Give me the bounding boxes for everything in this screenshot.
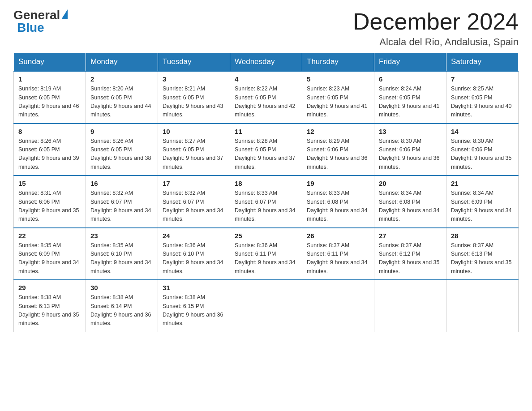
- calendar-day-cell: 4 Sunrise: 8:22 AMSunset: 6:05 PMDayligh…: [230, 71, 302, 124]
- calendar-day-cell: 31 Sunrise: 8:38 AMSunset: 6:15 PMDaylig…: [158, 280, 230, 332]
- day-info: Sunrise: 8:29 AMSunset: 6:06 PMDaylight:…: [307, 137, 369, 172]
- day-number: 25: [235, 232, 297, 240]
- location-subtitle: Alcala del Rio, Andalusia, Spain: [353, 36, 519, 48]
- day-info: Sunrise: 8:30 AMSunset: 6:06 PMDaylight:…: [379, 137, 442, 172]
- day-info: Sunrise: 8:31 AMSunset: 6:06 PMDaylight:…: [18, 189, 81, 224]
- day-info: Sunrise: 8:22 AMSunset: 6:05 PMDaylight:…: [235, 85, 297, 120]
- day-number: 5: [307, 75, 369, 83]
- day-number: 29: [18, 284, 81, 291]
- calendar-week-row: 15 Sunrise: 8:31 AMSunset: 6:06 PMDaylig…: [14, 176, 519, 228]
- calendar-day-cell: 14 Sunrise: 8:30 AMSunset: 6:06 PMDaylig…: [446, 124, 519, 176]
- day-info: Sunrise: 8:37 AMSunset: 6:11 PMDaylight:…: [307, 241, 369, 276]
- day-info: Sunrise: 8:33 AMSunset: 6:07 PMDaylight:…: [235, 189, 297, 224]
- calendar-day-cell: 26 Sunrise: 8:37 AMSunset: 6:11 PMDaylig…: [302, 228, 374, 280]
- logo-triangle-icon: [61, 9, 68, 19]
- day-number: 3: [163, 75, 225, 83]
- calendar-day-cell: 23 Sunrise: 8:35 AMSunset: 6:10 PMDaylig…: [86, 228, 158, 280]
- calendar-day-cell: 27 Sunrise: 8:37 AMSunset: 6:12 PMDaylig…: [374, 228, 446, 280]
- day-info: Sunrise: 8:38 AMSunset: 6:13 PMDaylight:…: [18, 293, 81, 328]
- calendar-week-row: 29 Sunrise: 8:38 AMSunset: 6:13 PMDaylig…: [14, 280, 519, 332]
- calendar-weekday-header: Friday: [374, 53, 446, 72]
- day-number: 27: [379, 232, 442, 240]
- calendar-day-cell: 15 Sunrise: 8:31 AMSunset: 6:06 PMDaylig…: [14, 176, 86, 228]
- day-number: 8: [18, 128, 81, 135]
- day-info: Sunrise: 8:27 AMSunset: 6:05 PMDaylight:…: [163, 137, 225, 172]
- calendar-day-cell: 12 Sunrise: 8:29 AMSunset: 6:06 PMDaylig…: [302, 124, 374, 176]
- day-number: 22: [18, 232, 81, 240]
- day-number: 26: [307, 232, 369, 240]
- day-info: Sunrise: 8:38 AMSunset: 6:14 PMDaylight:…: [90, 293, 153, 328]
- day-number: 28: [451, 232, 514, 240]
- calendar-day-cell: 1 Sunrise: 8:19 AMSunset: 6:05 PMDayligh…: [14, 71, 86, 124]
- day-info: Sunrise: 8:35 AMSunset: 6:10 PMDaylight:…: [90, 241, 153, 276]
- calendar-day-cell: [374, 280, 446, 332]
- day-info: Sunrise: 8:37 AMSunset: 6:13 PMDaylight:…: [451, 241, 514, 276]
- calendar-day-cell: 3 Sunrise: 8:21 AMSunset: 6:05 PMDayligh…: [158, 71, 230, 124]
- calendar-table: SundayMondayTuesdayWednesdayThursdayFrid…: [13, 52, 519, 332]
- day-info: Sunrise: 8:37 AMSunset: 6:12 PMDaylight:…: [379, 241, 442, 276]
- calendar-day-cell: 5 Sunrise: 8:23 AMSunset: 6:05 PMDayligh…: [302, 71, 374, 124]
- calendar-day-cell: 21 Sunrise: 8:34 AMSunset: 6:09 PMDaylig…: [446, 176, 519, 228]
- day-number: 16: [90, 180, 153, 187]
- day-info: Sunrise: 8:34 AMSunset: 6:08 PMDaylight:…: [379, 189, 442, 224]
- day-number: 14: [451, 128, 514, 135]
- day-info: Sunrise: 8:38 AMSunset: 6:15 PMDaylight:…: [163, 293, 225, 328]
- calendar-week-row: 22 Sunrise: 8:35 AMSunset: 6:09 PMDaylig…: [14, 228, 519, 280]
- day-info: Sunrise: 8:32 AMSunset: 6:07 PMDaylight:…: [90, 189, 153, 224]
- day-info: Sunrise: 8:25 AMSunset: 6:05 PMDaylight:…: [451, 85, 514, 120]
- calendar-day-cell: 20 Sunrise: 8:34 AMSunset: 6:08 PMDaylig…: [374, 176, 446, 228]
- day-number: 21: [451, 180, 514, 187]
- calendar-header-row: SundayMondayTuesdayWednesdayThursdayFrid…: [14, 53, 519, 72]
- day-info: Sunrise: 8:19 AMSunset: 6:05 PMDaylight:…: [18, 85, 81, 120]
- calendar-day-cell: 16 Sunrise: 8:32 AMSunset: 6:07 PMDaylig…: [86, 176, 158, 228]
- day-number: 31: [163, 284, 225, 291]
- day-info: Sunrise: 8:26 AMSunset: 6:05 PMDaylight:…: [18, 137, 81, 172]
- logo-general-text: General: [13, 9, 60, 21]
- calendar-day-cell: [230, 280, 302, 332]
- calendar-weekday-header: Thursday: [302, 53, 374, 72]
- day-number: 4: [235, 75, 297, 83]
- day-info: Sunrise: 8:26 AMSunset: 6:05 PMDaylight:…: [90, 137, 153, 172]
- day-number: 9: [90, 128, 153, 135]
- calendar-day-cell: 9 Sunrise: 8:26 AMSunset: 6:05 PMDayligh…: [86, 124, 158, 176]
- calendar-week-row: 8 Sunrise: 8:26 AMSunset: 6:05 PMDayligh…: [14, 124, 519, 176]
- calendar-day-cell: 28 Sunrise: 8:37 AMSunset: 6:13 PMDaylig…: [446, 228, 519, 280]
- day-info: Sunrise: 8:21 AMSunset: 6:05 PMDaylight:…: [163, 85, 225, 120]
- day-number: 13: [379, 128, 442, 135]
- calendar-day-cell: 6 Sunrise: 8:24 AMSunset: 6:05 PMDayligh…: [374, 71, 446, 124]
- calendar-day-cell: [446, 280, 519, 332]
- calendar-day-cell: 8 Sunrise: 8:26 AMSunset: 6:05 PMDayligh…: [14, 124, 86, 176]
- logo-blue-text: Blue: [17, 21, 44, 34]
- month-year-title: December 2024: [353, 9, 519, 34]
- calendar-day-cell: 18 Sunrise: 8:33 AMSunset: 6:07 PMDaylig…: [230, 176, 302, 228]
- calendar-weekday-header: Saturday: [446, 53, 519, 72]
- calendar-day-cell: 2 Sunrise: 8:20 AMSunset: 6:05 PMDayligh…: [86, 71, 158, 124]
- day-number: 24: [163, 232, 225, 240]
- day-number: 23: [90, 232, 153, 240]
- day-info: Sunrise: 8:35 AMSunset: 6:09 PMDaylight:…: [18, 241, 81, 276]
- day-info: Sunrise: 8:34 AMSunset: 6:09 PMDaylight:…: [451, 189, 514, 224]
- day-number: 20: [379, 180, 442, 187]
- calendar-day-cell: 11 Sunrise: 8:28 AMSunset: 6:05 PMDaylig…: [230, 124, 302, 176]
- day-number: 10: [163, 128, 225, 135]
- day-number: 17: [163, 180, 225, 187]
- calendar-weekday-header: Sunday: [14, 53, 86, 72]
- calendar-day-cell: 25 Sunrise: 8:36 AMSunset: 6:11 PMDaylig…: [230, 228, 302, 280]
- day-info: Sunrise: 8:33 AMSunset: 6:08 PMDaylight:…: [307, 189, 369, 224]
- calendar-day-cell: 13 Sunrise: 8:30 AMSunset: 6:06 PMDaylig…: [374, 124, 446, 176]
- day-info: Sunrise: 8:23 AMSunset: 6:05 PMDaylight:…: [307, 85, 369, 120]
- day-number: 15: [18, 180, 81, 187]
- page-header: General Blue December 2024 Alcala del Ri…: [13, 9, 519, 48]
- day-number: 11: [235, 128, 297, 135]
- day-number: 2: [90, 75, 153, 83]
- day-info: Sunrise: 8:36 AMSunset: 6:10 PMDaylight:…: [163, 241, 225, 276]
- day-info: Sunrise: 8:28 AMSunset: 6:05 PMDaylight:…: [235, 137, 297, 172]
- day-info: Sunrise: 8:32 AMSunset: 6:07 PMDaylight:…: [163, 189, 225, 224]
- calendar-weekday-header: Wednesday: [230, 53, 302, 72]
- calendar-day-cell: [302, 280, 374, 332]
- calendar-day-cell: 17 Sunrise: 8:32 AMSunset: 6:07 PMDaylig…: [158, 176, 230, 228]
- calendar-weekday-header: Monday: [86, 53, 158, 72]
- calendar-day-cell: 24 Sunrise: 8:36 AMSunset: 6:10 PMDaylig…: [158, 228, 230, 280]
- calendar-day-cell: 30 Sunrise: 8:38 AMSunset: 6:14 PMDaylig…: [86, 280, 158, 332]
- day-info: Sunrise: 8:24 AMSunset: 6:05 PMDaylight:…: [379, 85, 442, 120]
